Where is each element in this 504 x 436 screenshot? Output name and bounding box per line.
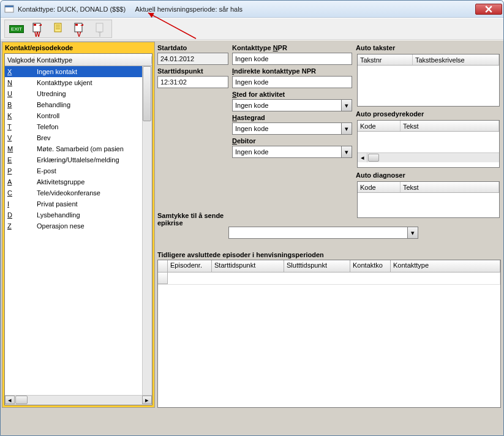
list-scrollbar-vertical[interactable] (142, 66, 152, 395)
hastegrad-label: Hastegrad (232, 114, 352, 121)
auto-diagnoser-title: Auto diagnoser (356, 171, 501, 179)
ep-col-kontaktkode[interactable]: Kontaktko (350, 260, 391, 272)
auto-prosedyre-grid[interactable]: Kode Tekst ◂ (357, 120, 500, 168)
close-button[interactable] (475, 4, 502, 15)
list-row[interactable]: MMøte. Samarbeid (om pasien (5, 143, 152, 154)
toolbar-w-button[interactable]: W (27, 20, 48, 37)
auto-takster-title: Auto takster (356, 44, 501, 51)
form-col-auto: Auto takster Takstnr Takstbeskrivelse Au… (356, 42, 501, 228)
sted-combo[interactable]: ▾ (232, 99, 352, 111)
scroll-thumb[interactable] (143, 66, 151, 121)
scroll-left-button[interactable]: ◂ (5, 396, 15, 404)
starttid-input[interactable] (157, 76, 228, 88)
list-row-label: Kontroll (34, 112, 152, 119)
list-row-label: Privat pasient (34, 200, 152, 208)
client-area: Kontakt/episodekode Valgkode Kontakttype… (1, 40, 503, 435)
kontakttype-list[interactable]: Valgkode Kontakttype XIngen kontaktNKont… (4, 53, 152, 405)
list-row-code: B (5, 101, 34, 108)
list-row[interactable]: IPrivat pasient (5, 198, 152, 209)
debitor-label: Debitor (232, 137, 352, 145)
samtykke-input[interactable] (228, 227, 407, 239)
hastegrad-combo[interactable]: ▾ (232, 122, 352, 135)
col-kontakttype[interactable]: Kontakttype (34, 56, 152, 64)
npr-input[interactable] (232, 53, 352, 65)
list-row[interactable]: BBehandling (5, 99, 152, 110)
list-row[interactable]: CTele/videokonferanse (5, 187, 152, 198)
takster-col-beskrivelse[interactable]: Takstbeskrivelse (413, 55, 499, 65)
indirekte-npr-input[interactable] (232, 76, 352, 88)
list-row[interactable]: AAktivitetsgruppe (5, 176, 152, 187)
exit-button[interactable]: EXIT (6, 20, 27, 37)
samtykke-combo[interactable]: ▾ (228, 227, 418, 239)
svg-rect-1 (5, 6, 13, 7)
episodes-empty-area (158, 285, 500, 407)
scroll-thumb-h[interactable] (15, 396, 28, 404)
episodes-row-empty[interactable] (158, 272, 500, 285)
list-row-label: Aktivitetsgruppe (34, 178, 152, 186)
list-row[interactable]: KKontroll (5, 110, 152, 121)
hastegrad-input[interactable] (232, 122, 341, 135)
starttid-label: Starttidspunkt (157, 67, 228, 75)
list-row-code: E (5, 156, 34, 164)
form-col-dates: Startdato Starttidspunkt Samtykke til å … (157, 42, 228, 228)
prosedyre-scrollbar[interactable]: ◂ (358, 152, 499, 162)
debitor-input[interactable] (232, 146, 341, 158)
scroll-right-button[interactable]: ▸ (142, 396, 152, 404)
list-row[interactable]: ZOperasjon nese (5, 220, 152, 231)
list-row[interactable]: XIngen kontakt (5, 66, 152, 77)
list-row[interactable]: VBrev (5, 132, 152, 143)
list-row[interactable]: TTelefon (5, 121, 152, 132)
list-row-code: M (5, 145, 34, 152)
samtykke-label: Samtykke til å sende epikrise (157, 212, 228, 227)
list-row[interactable]: UUtredning (5, 88, 152, 99)
ep-col-marker[interactable] (158, 260, 168, 272)
col-valgkode[interactable]: Valgkode (5, 56, 34, 64)
ep-col-starttid[interactable]: Starttidspunkt (212, 260, 284, 272)
list-row[interactable]: DLysbehandling (5, 209, 152, 220)
doc-yellow-icon (51, 22, 65, 36)
titlebar: Kontakttype: DUCK, DONALD ($$$) Aktuell … (1, 1, 503, 18)
title-prefix: Kontakttype: (18, 6, 55, 13)
sted-dropdown-button[interactable]: ▾ (341, 99, 352, 111)
toolbar-w-label: W (34, 31, 40, 38)
toolbar-t-button[interactable]: T (89, 20, 110, 37)
auto-prosedyre-title: Auto prosedyrekoder (356, 110, 501, 118)
list-row-label: Møte. Samarbeid (om pasien (34, 145, 152, 152)
ep-col-kontakttype[interactable]: Kontakttype (391, 260, 500, 272)
list-row[interactable]: PE-post (5, 165, 152, 176)
list-row-code: K (5, 112, 34, 119)
sted-label: Sted for aktivitet (232, 91, 352, 98)
debitor-combo[interactable]: ▾ (232, 146, 352, 158)
episodes-table[interactable]: Episodenr. Starttidspunkt Slutttidspunkt… (157, 260, 501, 408)
sted-input[interactable] (232, 99, 341, 111)
prosedyre-col-kode[interactable]: Kode (358, 121, 401, 131)
panel-title: Kontakt/episodekode (2, 42, 154, 53)
debitor-dropdown-button[interactable]: ▾ (341, 146, 352, 158)
list-scrollbar-horizontal[interactable]: ◂ ▸ (5, 395, 152, 405)
samtykke-dropdown-button[interactable]: ▾ (407, 227, 418, 239)
list-row[interactable]: EErklæring/Uttalelse/melding (5, 154, 152, 165)
list-row-code: N (5, 79, 34, 86)
svg-rect-11 (96, 23, 103, 32)
auto-diagnoser-grid[interactable]: Kode Tekst (357, 181, 500, 218)
diagnoser-col-tekst[interactable]: Tekst (401, 182, 499, 192)
prosedyre-col-tekst[interactable]: Tekst (401, 121, 499, 131)
auto-takster-grid[interactable]: Takstnr Takstbeskrivelse (357, 54, 500, 107)
list-row-code: P (5, 167, 34, 175)
list-row-code: X (5, 68, 34, 75)
list-header: Valgkode Kontakttype (5, 54, 152, 66)
toolbar-doc-button[interactable] (48, 20, 69, 37)
toolbar-inner: EXIT W V T (4, 20, 112, 38)
takster-col-takstnr[interactable]: Takstnr (358, 55, 413, 65)
ep-col-slutttid[interactable]: Slutttidspunkt (284, 260, 350, 272)
svg-rect-5 (55, 23, 61, 32)
form-area: Startdato Starttidspunkt Samtykke til å … (157, 42, 501, 228)
ep-col-episodenr[interactable]: Episodenr. (168, 260, 212, 272)
diagnoser-col-kode[interactable]: Kode (358, 182, 401, 192)
hastegrad-dropdown-button[interactable]: ▾ (341, 122, 352, 135)
list-row-label: Tele/videokonferanse (34, 189, 152, 197)
toolbar-v-button[interactable]: V (69, 20, 89, 37)
list-row[interactable]: NKontakttype ukjent (5, 77, 152, 88)
startdato-input[interactable] (157, 53, 228, 65)
right-panel: Startdato Starttidspunkt Samtykke til å … (157, 42, 501, 408)
